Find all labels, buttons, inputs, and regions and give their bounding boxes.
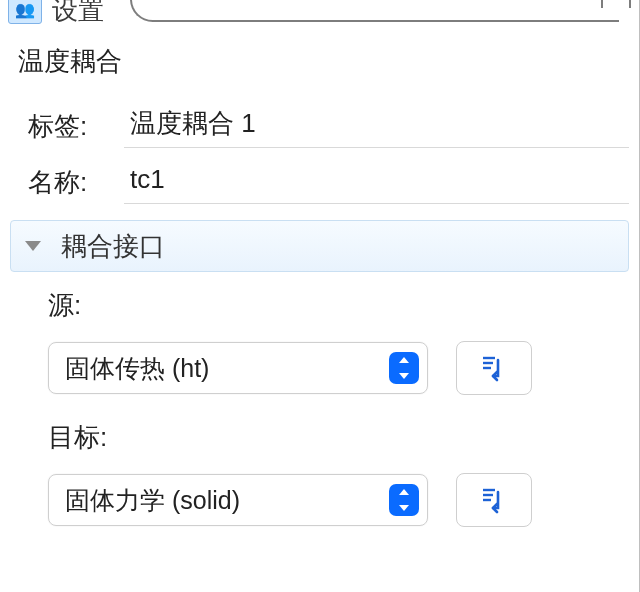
target-select-row: 固体力学 (solid)	[48, 473, 619, 527]
source-goto-button[interactable]	[456, 341, 532, 395]
source-select-value: 固体传热 (ht)	[65, 352, 389, 385]
updown-arrows-icon	[389, 352, 419, 384]
source-select-row: 固体传热 (ht)	[48, 341, 619, 395]
source-caption: 源:	[48, 288, 619, 323]
header-divider	[130, 0, 619, 22]
target-select-value: 固体力学 (solid)	[65, 484, 389, 517]
settings-panel: 👥 设置 温度耦合 标签: 名称: 耦合接口 源: 固体传热 (ht)	[0, 0, 640, 592]
label-input[interactable]	[124, 104, 629, 148]
panel-header: 👥 设置	[0, 0, 639, 26]
source-select[interactable]: 固体传热 (ht)	[48, 342, 428, 394]
feature-subtitle: 温度耦合	[18, 44, 122, 79]
label-caption: 标签:	[28, 109, 106, 144]
target-goto-button[interactable]	[456, 473, 532, 527]
target-select[interactable]: 固体力学 (solid)	[48, 474, 428, 526]
name-row: 名称:	[28, 160, 629, 204]
panel-title: 设置	[52, 0, 104, 28]
name-caption: 名称:	[28, 165, 106, 200]
goto-icon	[479, 486, 509, 514]
section-title: 耦合接口	[61, 229, 165, 264]
target-block: 目标: 固体力学 (solid)	[48, 420, 619, 527]
coupling-icon: 👥	[8, 0, 42, 24]
label-row: 标签:	[28, 104, 629, 148]
header-corner-decoration	[601, 0, 631, 8]
source-block: 源: 固体传热 (ht)	[48, 288, 619, 395]
updown-arrows-icon	[389, 484, 419, 516]
name-input[interactable]	[124, 160, 629, 204]
section-coupled-interfaces[interactable]: 耦合接口	[10, 220, 629, 272]
goto-icon	[479, 354, 509, 382]
chevron-down-icon	[25, 241, 41, 251]
target-caption: 目标:	[48, 420, 619, 455]
